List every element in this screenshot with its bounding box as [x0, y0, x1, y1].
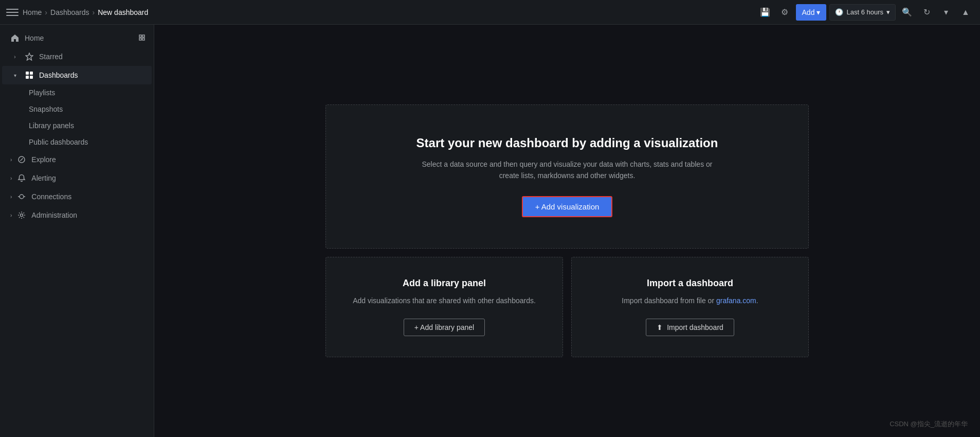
svg-rect-1: [142, 35, 144, 37]
sidebar-item-administration[interactable]: › Administration: [2, 206, 152, 224]
breadcrumb-dashboards[interactable]: Dashboards: [50, 8, 89, 16]
svg-marker-10: [21, 159, 23, 161]
star-icon: [25, 52, 34, 61]
gear-icon: [17, 211, 26, 220]
sidebar-item-starred[interactable]: › Starred: [2, 47, 152, 66]
breadcrumb-home[interactable]: Home: [23, 8, 42, 16]
zoom-out-button[interactable]: 🔍: [899, 4, 915, 21]
sidebar-item-connections[interactable]: › Connections: [2, 187, 152, 206]
breadcrumb-sep1: ›: [45, 8, 47, 16]
add-panel-button[interactable]: Add ▾: [796, 4, 827, 21]
save-dashboard-button[interactable]: 💾: [757, 4, 773, 21]
svg-rect-3: [142, 38, 144, 40]
sidebar-administration-label: Administration: [31, 211, 77, 219]
content-area: Start your new dashboard by adding a vis…: [154, 25, 980, 437]
sidebar: Home › Starred ▾ Dashboards Playlists Sn…: [0, 25, 154, 437]
refresh-interval-button[interactable]: ▾: [938, 4, 954, 21]
sidebar-item-snapshots[interactable]: Snapshots: [25, 101, 152, 117]
svg-marker-4: [26, 53, 33, 60]
plug-icon: [17, 192, 26, 201]
import-desc: Import dashboard from file or grafana.co…: [582, 295, 798, 306]
time-chevron-icon: ▾: [886, 8, 890, 16]
hero-title: Start your new dashboard by adding a vis…: [336, 136, 798, 150]
menu-button[interactable]: [6, 6, 19, 19]
sidebar-item-dashboards[interactable]: ▾ Dashboards: [2, 66, 152, 84]
sidebar-item-playlists[interactable]: Playlists: [25, 84, 152, 101]
sidebar-expand-home: [138, 34, 146, 42]
new-dashboard-container: Start your new dashboard by adding a vis…: [325, 104, 809, 357]
svg-rect-6: [30, 72, 33, 75]
svg-point-14: [21, 214, 23, 217]
upload-icon: ⬆: [657, 323, 663, 331]
breadcrumb-current: New dashboard: [98, 8, 148, 16]
import-dashboard-card: Import a dashboard Import dashboard from…: [571, 257, 809, 357]
sidebar-alerting-label: Alerting: [31, 174, 56, 182]
bell-icon: [17, 173, 26, 183]
clock-icon: 🕐: [835, 8, 843, 16]
library-panel-card: Add a library panel Add visualizations t…: [325, 257, 563, 357]
svg-rect-7: [26, 76, 29, 79]
watermark: CSDN @指尖_流逝的年华: [890, 419, 968, 429]
svg-rect-2: [139, 38, 141, 40]
svg-point-11: [20, 195, 24, 199]
topbar-left: Home › Dashboards › New dashboard: [6, 6, 753, 19]
import-title: Import a dashboard: [582, 278, 798, 289]
sidebar-item-home[interactable]: Home: [2, 29, 152, 47]
sidebar-starred-label: Starred: [39, 53, 63, 61]
topbar: Home › Dashboards › New dashboard 💾 ⚙ Ad…: [0, 0, 980, 25]
sidebar-connections-label: Connections: [31, 193, 71, 201]
library-panel-title: Add a library panel: [336, 278, 552, 289]
bottom-cards-row: Add a library panel Add visualizations t…: [325, 257, 809, 357]
sidebar-item-alerting[interactable]: › Alerting: [2, 169, 152, 187]
dashboards-expand-icon: ▾: [10, 71, 20, 80]
hero-desc: Select a data source and then query and …: [413, 159, 721, 182]
sidebar-home-label: Home: [25, 34, 44, 42]
compass-icon: [17, 155, 26, 164]
home-icon: [10, 33, 20, 43]
refresh-button[interactable]: ↻: [918, 4, 935, 21]
hero-card: Start your new dashboard by adding a vis…: [325, 104, 809, 249]
import-dashboard-button[interactable]: ⬆ Import dashboard: [646, 319, 734, 336]
main-layout: Home › Starred ▾ Dashboards Playlists Sn…: [0, 25, 980, 437]
breadcrumb: Home › Dashboards › New dashboard: [23, 8, 148, 16]
sidebar-dashboards-label: Dashboards: [39, 71, 78, 79]
topbar-right: 💾 ⚙ Add ▾ 🕐 Last 6 hours ▾ 🔍 ↻ ▾ ▲: [757, 4, 974, 21]
settings-button[interactable]: ⚙: [776, 4, 793, 21]
time-range-button[interactable]: 🕐 Last 6 hours ▾: [829, 4, 896, 21]
add-visualization-button[interactable]: + Add visualization: [522, 196, 613, 217]
sidebar-explore-label: Explore: [31, 155, 56, 164]
svg-rect-5: [26, 72, 29, 75]
svg-rect-0: [139, 35, 141, 37]
svg-rect-8: [30, 76, 33, 79]
add-library-panel-button[interactable]: + Add library panel: [404, 319, 485, 336]
sidebar-dashboards-sub: Playlists Snapshots Library panels Publi…: [0, 84, 154, 150]
collapse-button[interactable]: ▲: [957, 4, 974, 21]
sidebar-item-explore[interactable]: › Explore: [2, 150, 152, 169]
sidebar-item-library-panels[interactable]: Library panels: [25, 117, 152, 134]
breadcrumb-sep2: ›: [93, 8, 95, 16]
sidebar-item-public-dashboards[interactable]: Public dashboards: [25, 134, 152, 150]
add-chevron-icon: ▾: [816, 8, 820, 16]
library-panel-desc: Add visualizations that are shared with …: [336, 295, 552, 306]
star-expand-icon: ›: [10, 52, 20, 61]
grid-icon: [25, 71, 34, 80]
